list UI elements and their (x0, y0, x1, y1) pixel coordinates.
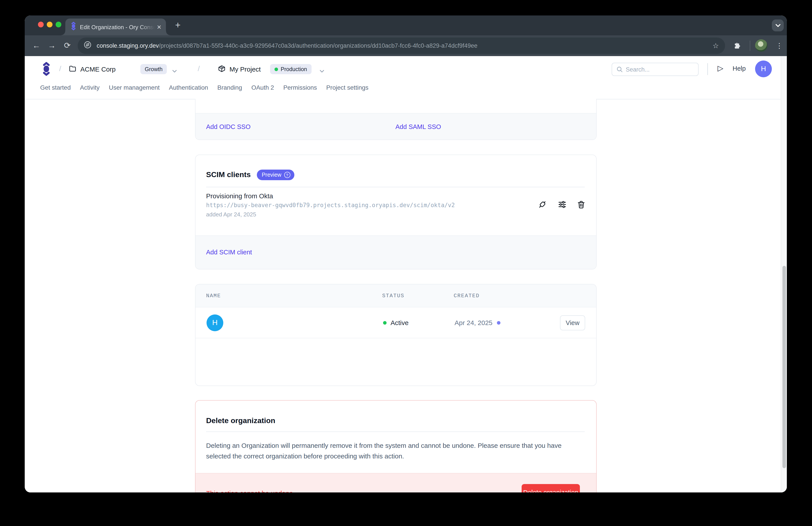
nav-item-permissions[interactable]: Permissions (283, 84, 317, 91)
forward-button[interactable]: → (45, 39, 58, 52)
address-bar[interactable]: console.staging.ory.dev/projects/d087b7a… (78, 38, 725, 54)
column-header-created: CREATED (454, 293, 480, 299)
workspace-name[interactable]: ACME Corp (80, 65, 116, 73)
scim-connection-icon[interactable] (538, 200, 547, 209)
view-button[interactable]: View (560, 315, 585, 330)
package-icon (218, 65, 226, 74)
delete-organization-card: Delete organization Deleting an Organiza… (195, 400, 597, 493)
delete-section-title: Delete organization (206, 416, 275, 425)
reload-button[interactable]: ⟳ (61, 39, 74, 52)
danger-divider (206, 431, 585, 432)
ory-console-page: / ACME Corp Growth / My Project Producti… (25, 56, 787, 493)
window-minimize-button[interactable] (47, 22, 53, 27)
nav-item-branding[interactable]: Branding (217, 84, 242, 91)
back-button[interactable]: ← (30, 39, 43, 52)
sso-card-footer: Add OIDC SSO Add SAML SSO (195, 113, 596, 140)
preview-badge-label: Preview (262, 172, 281, 178)
page-scrollbar[interactable] (781, 56, 787, 493)
nav-item-authentication[interactable]: Authentication (169, 84, 208, 91)
project-name[interactable]: My Project (230, 65, 261, 73)
run-icon[interactable]: ▷ (717, 63, 723, 73)
scrollbar-thumb[interactable] (782, 266, 786, 468)
danger-footer: This action cannot be undone. Delete org… (195, 473, 596, 493)
scim-section-title: SCIM clients (206, 170, 251, 179)
search-input[interactable] (626, 66, 698, 73)
extensions-icon[interactable] (732, 39, 744, 52)
scim-delete-trash-icon[interactable] (577, 200, 585, 209)
site-settings-icon[interactable] (84, 41, 91, 51)
help-link[interactable]: Help (733, 65, 746, 72)
tab-title: Edit Organization - Ory Console (80, 24, 155, 30)
column-header-status: STATUS (382, 293, 404, 299)
nav-item-project-settings[interactable]: Project settings (326, 84, 368, 91)
add-oidc-sso-link[interactable]: Add OIDC SSO (206, 123, 250, 130)
environment-badge: Production (270, 64, 311, 74)
created-cell: Apr 24, 2025 (454, 319, 501, 326)
scim-client-added: added Apr 24, 2025 (206, 211, 256, 218)
pagination-row: Items per pages 10 1 - 1 (195, 338, 596, 386)
sso-card: Add OIDC SSO Add SAML SSO (195, 99, 597, 140)
organization-table-card: NAME STATUS CREATED H Active Apr 24, 202… (195, 284, 597, 386)
header-divider (707, 63, 708, 75)
breadcrumb-separator: / (198, 65, 200, 73)
desktop: Edit Organization - Ory Console ✕ + ← → … (0, 0, 812, 526)
nav-item-activity[interactable]: Activity (80, 84, 100, 91)
status-label: Active (391, 319, 409, 326)
breadcrumb-separator: / (59, 65, 61, 73)
nav-item-oauth2[interactable]: OAuth 2 (251, 84, 274, 91)
browser-window: Edit Organization - Ory Console ✕ + ← → … (25, 15, 787, 493)
window-close-button[interactable] (38, 22, 44, 27)
scim-settings-sliders-icon[interactable] (558, 200, 567, 209)
global-search[interactable] (612, 63, 699, 76)
bookmark-star-icon[interactable]: ☆ (712, 42, 719, 50)
plan-badge: Growth (140, 64, 167, 74)
new-tab-button[interactable]: + (172, 20, 184, 31)
scim-clients-card: SCIM clients Preview ? Provisioning from… (195, 155, 597, 269)
project-chevron-icon[interactable] (319, 67, 324, 75)
tab-search-button[interactable] (772, 19, 784, 31)
status-cell: Active (383, 319, 409, 326)
tab-close-icon[interactable]: ✕ (157, 24, 161, 30)
tab-strip: Edit Organization - Ory Console ✕ + (25, 15, 787, 35)
workspace-chevron-icon[interactable] (172, 67, 177, 75)
help-circle-icon: ? (284, 172, 290, 178)
ory-favicon (71, 22, 76, 32)
delete-description: Deleting an Organization will permanentl… (206, 440, 584, 461)
search-icon (617, 66, 623, 72)
browser-profile-avatar[interactable] (755, 39, 767, 52)
delete-organization-button[interactable]: Delete organization (522, 484, 580, 493)
add-saml-sso-link[interactable]: Add SAML SSO (395, 123, 441, 130)
row-avatar: H (206, 314, 223, 331)
url-path: /projects/d087b7a1-55f3-440c-a3c9-929564… (159, 42, 478, 49)
ory-logo[interactable] (42, 62, 50, 78)
status-dot (383, 321, 387, 324)
browser-menu-icon[interactable]: ⋮ (775, 39, 784, 52)
url-text: console.staging.ory.dev/projects/d087b7a… (97, 42, 706, 49)
created-indicator-dot (497, 321, 501, 324)
toolbar-divider (750, 41, 750, 51)
environment-badge-label: Production (281, 66, 307, 72)
scim-client-name: Provisioning from Okta (206, 192, 273, 200)
main-nav: Get started Activity User management Aut… (40, 84, 368, 91)
scim-divider (206, 187, 585, 187)
table-header: NAME STATUS CREATED (195, 284, 596, 308)
preview-badge[interactable]: Preview ? (257, 170, 294, 180)
scim-card-footer: Add SCIM client (195, 236, 596, 269)
created-date: Apr 24, 2025 (454, 319, 493, 326)
environment-status-dot (275, 67, 278, 71)
url-domain: console.staging.ory.dev (97, 42, 159, 49)
folder-icon (69, 65, 76, 74)
nav-item-get-started[interactable]: Get started (40, 84, 71, 91)
scim-client-url: https://busy-beaver-gqwvd0fb79.projects.… (206, 202, 455, 209)
browser-tab[interactable]: Edit Organization - Ory Console ✕ (65, 18, 166, 35)
add-scim-client-link[interactable]: Add SCIM client (206, 248, 252, 256)
table-row[interactable]: H Active Apr 24, 2025 View (195, 308, 596, 338)
irreversible-warning: This action cannot be undone. (206, 489, 295, 493)
window-zoom-button[interactable] (56, 22, 61, 27)
browser-toolbar: ← → ⟳ console.staging.ory.dev/projects/d… (25, 35, 787, 56)
nav-item-user-management[interactable]: User management (109, 84, 160, 91)
user-avatar[interactable]: H (755, 60, 772, 77)
column-header-name: NAME (206, 293, 221, 299)
